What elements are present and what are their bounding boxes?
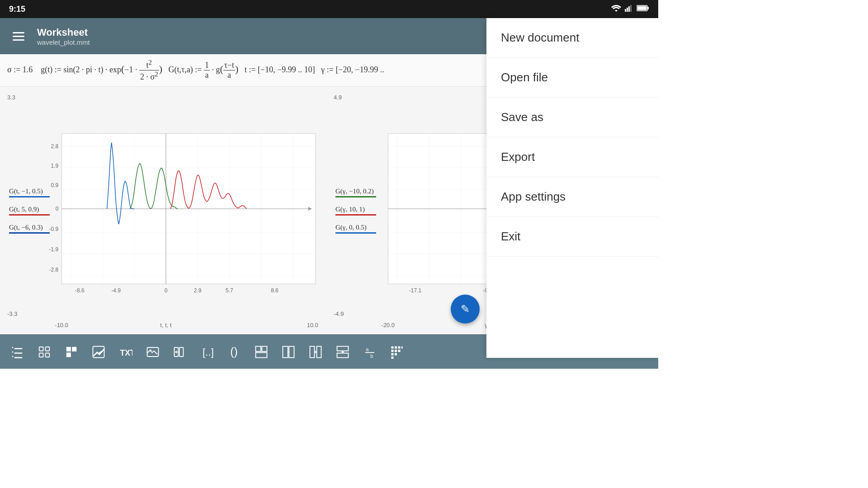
svg-rect-0 [625,9,626,12]
right-legend-line-1 [335,196,376,197]
svg-rect-3 [630,5,632,12]
svg-point-39 [150,349,151,351]
legend-item-3: G(t, −6, 0.3) [9,224,50,234]
toolbar-matrix-button[interactable] [32,339,57,365]
legend-label-3: G(t, −6, 0.3) [9,224,50,231]
wifi-icon [611,5,621,14]
toolbar-col-split-button[interactable] [303,339,328,365]
time-display: 9:15 [9,5,25,14]
svg-rect-63 [398,350,401,352]
svg-rect-58 [395,346,397,348]
menu-item-export[interactable]: Export [486,137,658,177]
svg-rect-2 [628,6,630,12]
svg-rect-44 [256,346,261,351]
left-graph-container: 3.3 -3.3 G(t, −1, 0.5) G(t, 5, 0.9) G(t,… [7,90,325,331]
svg-text:-8.6: -8.6 [75,287,85,294]
right-legend-item-3: G(γ, 0, 0.5) [335,224,376,234]
svg-rect-5 [647,7,649,9]
toolbar-split-button[interactable] [59,339,84,365]
svg-text:2.8: 2.8 [51,143,59,150]
left-x-axis-label: t, t, t [160,322,171,328]
svg-text:-17.1: -17.1 [409,287,422,294]
svg-text:[..]: [..] [203,346,214,357]
svg-text:8.6: 8.6 [271,287,278,294]
right-legend-item-1: G(γ, −10, 0.2) [335,188,376,197]
toolbar-checklist-button[interactable] [5,339,30,365]
left-x-min: -10.0 [55,322,68,328]
svg-text:-1.9: -1.9 [49,246,59,253]
toolbar-row-insert-button[interactable] [330,339,355,365]
legend-item-2: G(t, 5, 0.9) [9,206,50,216]
svg-text:-2.8: -2.8 [49,267,59,273]
status-icons [611,5,649,14]
svg-rect-33 [46,347,50,351]
fab-button[interactable] [451,295,480,324]
svg-text:1.9: 1.9 [51,163,59,169]
hamburger-button[interactable] [9,28,28,44]
right-legend-label-1: G(γ, −10, 0.2) [335,188,376,195]
legend-line-3 [9,232,50,234]
svg-rect-6 [637,6,647,10]
svg-text:b: b [370,353,373,358]
svg-text:2.9: 2.9 [194,287,202,294]
legend-line-2 [9,214,50,216]
svg-rect-52 [337,346,349,351]
legend-item-1: G(t, −1, 0.5) [9,188,50,197]
svg-text:0.9: 0.9 [51,182,59,188]
menu-item-app-settings[interactable]: App settings [486,177,658,217]
legend-line-1 [9,196,50,197]
svg-text:TXT: TXT [120,348,133,357]
toolbar-image-button[interactable] [140,339,165,365]
svg-text:0: 0 [165,287,168,294]
battery-icon [637,5,649,14]
right-legend: G(γ, −10, 0.2) G(γ, 10, 1) G(γ, 0, 0.5) [335,188,376,234]
svg-rect-59 [398,346,401,348]
svg-text:-0.9: -0.9 [49,226,59,232]
svg-rect-64 [392,353,394,355]
toolbar-text-button[interactable]: TXT [113,339,138,365]
svg-rect-47 [283,346,288,357]
svg-rect-51 [317,346,321,357]
toolbar-paren-button[interactable]: () [222,339,247,365]
dropdown-menu: New document Open file Save as Export Ap… [486,18,658,358]
left-graph-svg: 2.8 1.9 0.9 0 -0.9 -1.9 -2.8 -8.6 -4.9 0… [7,90,325,331]
toolbar-col-insert-button[interactable] [167,339,193,365]
svg-text:-4.9: -4.9 [111,287,121,294]
svg-rect-35 [46,353,50,357]
menu-item-exit[interactable]: Exit [486,217,658,257]
menu-item-new-document[interactable]: New document [486,18,658,58]
legend-label-2: G(t, 5, 0.9) [9,206,50,213]
formula-text: σ := 1.6 g(t) := sin(2 · pi · t) · exp(−… [7,65,384,74]
svg-rect-66 [392,357,394,359]
right-legend-item-2: G(γ, 10, 1) [335,206,376,216]
svg-rect-57 [392,346,394,348]
left-legend: G(t, −1, 0.5) G(t, 5, 0.9) G(t, −6, 0.3) [9,188,50,234]
hamburger-line-2 [13,36,24,37]
svg-rect-1 [627,8,628,12]
toolbar-brackets-button[interactable]: [..] [194,339,220,365]
left-x-max: 10.0 [307,322,318,328]
toolbar-col-merge-button[interactable] [276,339,301,365]
menu-item-save-as[interactable]: Save as [486,98,658,137]
right-legend-line-3 [335,232,376,234]
menu-item-open-file[interactable]: Open file [486,58,658,98]
svg-rect-61 [392,350,394,352]
legend-label-1: G(t, −1, 0.5) [9,188,50,195]
svg-rect-65 [395,353,397,355]
svg-rect-60 [401,346,403,348]
hamburger-line-1 [13,32,24,33]
svg-rect-46 [256,352,267,357]
toolbar-chart-button[interactable] [86,339,111,365]
svg-rect-50 [310,346,315,357]
right-x-min: -20.0 [381,322,395,328]
svg-rect-36 [93,346,104,357]
svg-rect-32 [39,347,43,351]
svg-rect-45 [262,346,267,351]
svg-text:0: 0 [56,206,59,212]
toolbar-fraction-button[interactable]: ab [357,339,382,365]
toolbar-row-col-button[interactable] [249,339,274,365]
status-bar: 9:15 [0,0,658,18]
svg-rect-41 [179,347,184,357]
svg-text:a: a [366,346,369,352]
toolbar-grid-button[interactable] [384,339,410,365]
